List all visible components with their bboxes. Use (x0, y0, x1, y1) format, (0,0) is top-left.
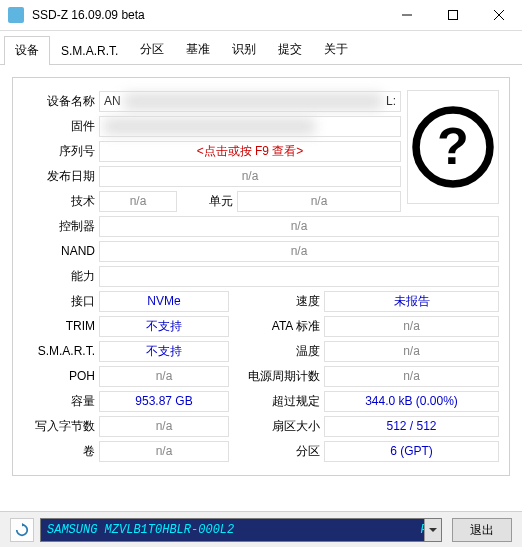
maximize-button[interactable] (430, 0, 476, 30)
label-over-prov: 超过规定 (229, 393, 324, 410)
label-capability: 能力 (23, 268, 99, 285)
label-technology: 技术 (23, 193, 99, 210)
exit-button[interactable]: 退出 (452, 518, 512, 542)
value-bytes-written: n/a (99, 416, 229, 437)
label-partition: 分区 (229, 443, 324, 460)
tab-identify[interactable]: 识别 (221, 35, 267, 64)
tab-smart[interactable]: S.M.A.R.T. (50, 38, 129, 64)
device-panel: 设备名称 AN L: 固件 序列号 <点击或按 F9 查看> (12, 77, 510, 476)
label-speed: 速度 (229, 293, 324, 310)
refresh-icon (15, 523, 29, 537)
tab-submit[interactable]: 提交 (267, 35, 313, 64)
label-interface: 接口 (23, 293, 99, 310)
tab-benchmark[interactable]: 基准 (175, 35, 221, 64)
label-poh: POH (23, 369, 99, 383)
dropdown-text: SAMSUNG MZVLB1T0HBLR-000L2 (47, 523, 421, 537)
value-poh: n/a (99, 366, 229, 387)
titlebar: SSD-Z 16.09.09 beta (0, 0, 522, 31)
value-serial[interactable]: <点击或按 F9 查看> (99, 141, 401, 162)
value-cell: n/a (237, 191, 401, 212)
value-capacity: 953.87 GB (99, 391, 229, 412)
device-dropdown[interactable]: SAMSUNG MZVLB1T0HBLR-000L2 P0 (40, 518, 442, 542)
value-controller: n/a (99, 216, 499, 237)
label-firmware: 固件 (23, 118, 99, 135)
label-nand: NAND (23, 244, 99, 258)
label-device-name: 设备名称 (23, 93, 99, 110)
label-release-date: 发布日期 (23, 168, 99, 185)
value-over-prov: 344.0 kB (0.00%) (324, 391, 499, 412)
value-power-cycle: n/a (324, 366, 499, 387)
value-technology: n/a (99, 191, 177, 212)
value-speed: 未报告 (324, 291, 499, 312)
value-release-date: n/a (99, 166, 401, 187)
value-volume: n/a (99, 441, 229, 462)
label-volume: 卷 (23, 443, 99, 460)
tab-device[interactable]: 设备 (4, 36, 50, 65)
refresh-button[interactable] (10, 518, 34, 542)
label-controller: 控制器 (23, 218, 99, 235)
window-title: SSD-Z 16.09.09 beta (32, 8, 384, 22)
value-firmware (99, 116, 401, 137)
label-capacity: 容量 (23, 393, 99, 410)
label-temperature: 温度 (229, 343, 324, 360)
app-icon (8, 7, 24, 23)
value-capability (99, 266, 499, 287)
value-sector-size: 512 / 512 (324, 416, 499, 437)
svg-rect-1 (449, 11, 458, 20)
tab-about[interactable]: 关于 (313, 35, 359, 64)
tab-bar: 设备 S.M.A.R.T. 分区 基准 识别 提交 关于 (0, 31, 522, 65)
svg-text:?: ? (437, 117, 469, 175)
value-trim: 不支持 (99, 316, 229, 337)
label-ata-std: ATA 标准 (229, 318, 324, 335)
footer: SAMSUNG MZVLB1T0HBLR-000L2 P0 退出 (0, 511, 522, 547)
value-device-name: AN L: (99, 91, 401, 112)
chevron-down-icon (424, 519, 441, 541)
tab-partition[interactable]: 分区 (129, 35, 175, 64)
label-trim: TRIM (23, 319, 99, 333)
label-power-cycle: 电源周期计数 (229, 368, 324, 385)
label-cell: 单元 (177, 193, 237, 210)
label-bytes-written: 写入字节数 (23, 418, 99, 435)
value-temperature: n/a (324, 341, 499, 362)
device-image: ? (407, 90, 499, 204)
value-interface: NVMe (99, 291, 229, 312)
value-partition: 6 (GPT) (324, 441, 499, 462)
label-serial: 序列号 (23, 143, 99, 160)
value-ata-std: n/a (324, 316, 499, 337)
minimize-button[interactable] (384, 0, 430, 30)
label-smart: S.M.A.R.T. (23, 344, 99, 358)
value-smart: 不支持 (99, 341, 229, 362)
close-button[interactable] (476, 0, 522, 30)
label-sector-size: 扇区大小 (229, 418, 324, 435)
value-nand: n/a (99, 241, 499, 262)
